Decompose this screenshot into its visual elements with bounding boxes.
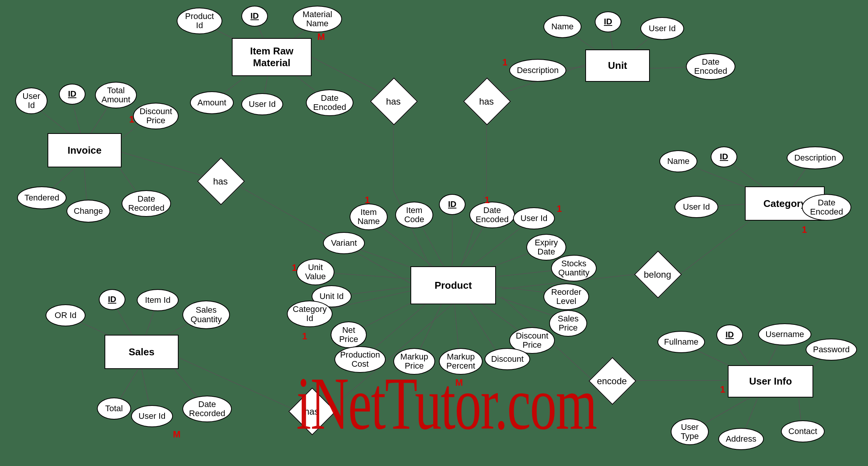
- attr-prod-userid: User Id: [513, 207, 555, 229]
- attr-prod-netprice: NetPrice: [331, 321, 367, 348]
- attr-inv-id: ID: [59, 84, 86, 105]
- relationship-has-itemraw: has: [371, 78, 416, 124]
- entity-sales: Sales: [105, 335, 179, 369]
- attr-product-id: ProductId: [177, 8, 222, 34]
- attr-inv-total: TotalAmount: [95, 82, 137, 108]
- attr-ui-id: ID: [716, 324, 743, 345]
- attr-prod-salesprice: SalesPrice: [549, 310, 587, 337]
- attr-irm-userid: User Id: [241, 93, 283, 115]
- attr-cat-dateenc: DateEncoded: [802, 194, 851, 221]
- attr-prod-itemcode: ItemCode: [395, 202, 433, 228]
- entity-invoice: Invoice: [48, 133, 122, 167]
- card-prod-itemname-1: 1: [365, 195, 370, 205]
- card-prod-dateenc-1: 1: [485, 195, 489, 205]
- card-prod-userid-1: 1: [557, 204, 562, 214]
- attr-sales-qty: SalesQuantity: [182, 301, 230, 329]
- attr-prod-id: ID: [439, 194, 466, 215]
- attr-prod-reorder: ReorderLevel: [543, 283, 589, 310]
- attr-ui-username: Username: [758, 323, 811, 345]
- card-cat-1: 1: [802, 224, 807, 235]
- attr-sales-total: Total: [97, 398, 131, 420]
- attr-prod-itemname: ItemName: [350, 204, 388, 230]
- entity-userinfo: User Info: [728, 365, 813, 398]
- attr-cat-id: ID: [711, 146, 737, 167]
- attr-ui-address: Address: [718, 428, 764, 450]
- card-sales-m: M: [173, 429, 181, 440]
- watermark-text: iNetTutor.com: [296, 361, 596, 446]
- attr-prod-dateenc: DateEncoded: [469, 202, 515, 228]
- attr-inv-change: Change: [67, 200, 110, 223]
- attr-material-name: MaterialName: [293, 6, 342, 32]
- attr-prod-catid: CategoryId: [287, 301, 333, 327]
- attr-prod-stocks: StocksQuantity: [551, 255, 597, 282]
- entity-item-raw-material: Item RawMaterial: [232, 38, 312, 76]
- attr-unit-userid: User Id: [640, 17, 684, 40]
- attr-unit-dateenc: DateEncoded: [686, 53, 735, 80]
- attr-unit-name: Name: [543, 15, 581, 38]
- entity-product: Product: [410, 266, 496, 304]
- attr-inv-daterec: DateRecorded: [122, 190, 171, 217]
- attr-sales-itemid: Item Id: [137, 289, 179, 311]
- card-prod-unitvalue-1: 1: [292, 262, 297, 273]
- card-userinfo-1: 1: [720, 384, 725, 395]
- attr-sales-id: ID: [99, 289, 125, 310]
- attr-cat-name: Name: [659, 150, 697, 172]
- attr-prod-expiry: ExpiryDate: [526, 234, 566, 261]
- attr-irm-id: ID: [241, 6, 268, 27]
- attr-sales-userid: User Id: [131, 405, 173, 427]
- card-invoice-1: 1: [129, 114, 134, 125]
- attr-cat-userid: User Id: [675, 196, 718, 218]
- attr-ui-usertype: UserType: [671, 418, 709, 445]
- attr-unit-id: ID: [595, 11, 621, 32]
- attr-sales-daterec: DateRecorded: [182, 396, 232, 422]
- relationship-belong: belong: [635, 251, 680, 297]
- attr-inv-userid: UserId: [15, 87, 48, 114]
- relationship-has-unit: has: [464, 78, 509, 124]
- card-itemraw-m: M: [317, 32, 325, 42]
- attr-unit-desc: Description: [509, 59, 566, 82]
- attr-inv-discount: DiscountPrice: [133, 103, 179, 129]
- attr-sales-orid: OR Id: [46, 304, 86, 326]
- svg-line-32: [680, 213, 760, 274]
- attr-irm-amount: Amount: [190, 91, 234, 114]
- attr-ui-password: Password: [806, 339, 857, 361]
- attr-irm-dateenc: DateEncoded: [306, 89, 353, 116]
- attr-ui-fullname: Fullname: [657, 331, 705, 353]
- card-unit-1: 1: [502, 57, 507, 68]
- attr-cat-desc: Description: [787, 146, 844, 169]
- card-prod-catid-1: 1: [302, 331, 307, 342]
- entity-unit: Unit: [585, 49, 650, 82]
- attr-prod-unitvalue: UnitValue: [296, 259, 334, 285]
- relationship-has-invoice: has: [198, 158, 243, 204]
- attr-prod-variant: Variant: [323, 232, 365, 254]
- attr-inv-tendered: Tendered: [17, 186, 67, 209]
- attr-ui-contact: Contact: [781, 420, 825, 442]
